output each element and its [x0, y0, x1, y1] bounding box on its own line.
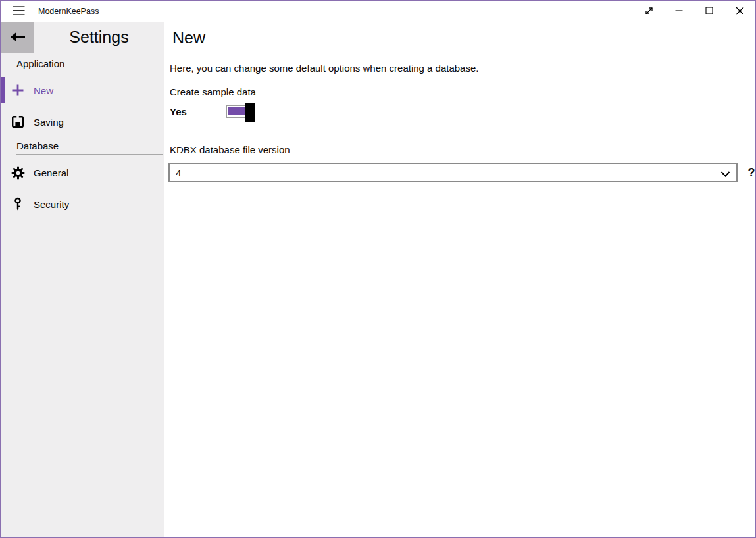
back-button[interactable] [1, 22, 34, 53]
sidebar-item-label: Security [34, 199, 69, 210]
sidebar-title: Settings [34, 22, 164, 53]
close-icon [736, 7, 744, 17]
settings-sidebar: Settings Application New Saving Database [1, 22, 164, 537]
sidebar-item-security[interactable]: Security [1, 191, 164, 217]
key-icon [11, 197, 25, 211]
maximize-icon [705, 7, 713, 16]
window-controls [634, 1, 755, 22]
page-title: New [172, 28, 205, 47]
close-button[interactable] [724, 1, 755, 22]
toggle-thumb[interactable] [245, 103, 255, 122]
sidebar-item-label: Saving [34, 117, 64, 128]
sidebar-item-label: New [34, 85, 53, 96]
page-description: Here, you can change some default option… [170, 63, 478, 74]
sidebar-item-saving[interactable]: Saving [1, 109, 164, 135]
gear-icon [11, 165, 25, 180]
kdbx-version-dropdown[interactable]: 4 [168, 163, 738, 182]
sample-data-toggle-state: Yes [170, 106, 187, 117]
plus-icon [11, 83, 25, 97]
minimize-button[interactable] [664, 1, 694, 22]
title-bar: ModernKeePass [1, 1, 755, 22]
sidebar-item-new[interactable]: New [1, 77, 164, 103]
settings-page-new: New Here, you can change some default op… [164, 22, 755, 537]
minimize-icon [675, 7, 683, 16]
hamburger-menu-button[interactable] [8, 3, 29, 20]
chevron-down-icon [720, 169, 730, 180]
window-title: ModernKeePass [38, 1, 99, 22]
sidebar-item-general[interactable]: General [1, 159, 164, 186]
fullscreen-button[interactable] [634, 1, 664, 22]
save-icon [11, 115, 25, 129]
kdbx-version-help-button[interactable]: ? [743, 163, 756, 182]
sidebar-item-label: General [34, 167, 68, 178]
maximize-button[interactable] [694, 1, 724, 22]
kdbx-version-value: 4 [176, 167, 181, 178]
app-window: ModernKeePass [0, 0, 756, 538]
sample-data-toggle-label: Create sample data [170, 86, 256, 97]
back-arrow-icon [9, 29, 26, 47]
sample-data-toggle[interactable] [226, 105, 255, 118]
kdbx-version-label: KDBX database file version [170, 144, 290, 155]
hamburger-icon [13, 5, 25, 18]
section-label-database: Database [16, 140, 163, 155]
diagonal-resize-icon [644, 6, 654, 18]
section-label-application: Application [16, 58, 163, 72]
